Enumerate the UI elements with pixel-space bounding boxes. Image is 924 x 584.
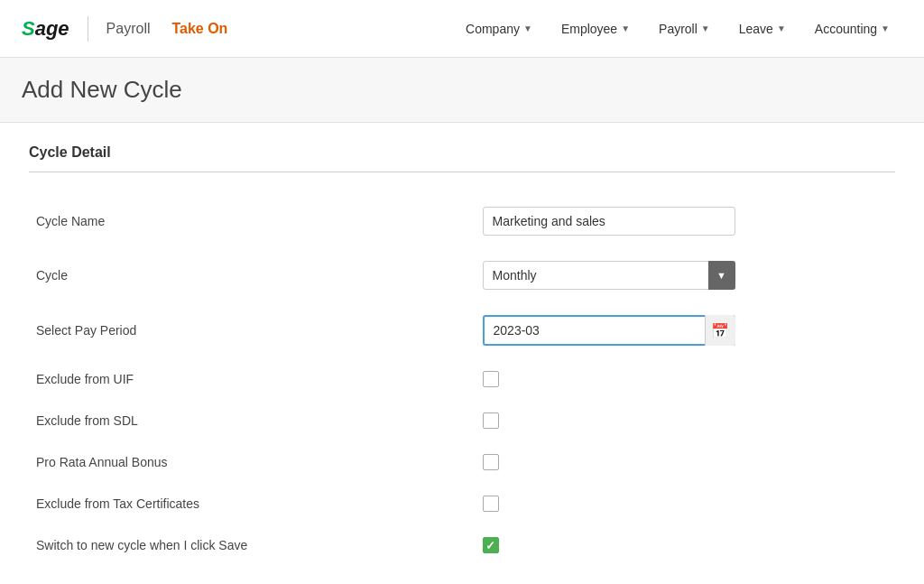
- nav-leave-label: Leave: [739, 22, 773, 36]
- nav-accounting[interactable]: Accounting ▼: [802, 14, 902, 43]
- exclude-sdl-checkbox[interactable]: [483, 413, 499, 429]
- nav-company[interactable]: Company ▼: [453, 14, 545, 43]
- page-title-bar: Add New Cycle: [0, 58, 924, 123]
- page-title: Add New Cycle: [22, 76, 902, 104]
- nav-accounting-chevron-icon: ▼: [881, 23, 890, 33]
- field-row-cycle: Cycle Monthly Weekly Bi-Weekly Fortnight…: [29, 248, 895, 302]
- exclude-tax-label: Exclude from Tax Certificates: [29, 483, 476, 524]
- switch-cycle-label: Switch to new cycle when I click Save: [29, 524, 476, 566]
- field-row-pay-period: Select Pay Period 📅: [29, 302, 895, 358]
- sage-logo: Sage: [22, 17, 69, 41]
- section-title: Cycle Detail: [29, 144, 895, 161]
- pro-rata-checkbox[interactable]: [483, 454, 499, 470]
- nav-payroll[interactable]: Payroll ▼: [646, 14, 723, 43]
- pro-rata-label: Pro Rata Annual Bonus: [29, 441, 476, 483]
- main-content: Cycle Detail Cycle Name Cycle Monthly We…: [0, 123, 924, 584]
- header: Sage Payroll Take On Company ▼ Employee …: [0, 0, 924, 58]
- exclude-sdl-label: Exclude from SDL: [29, 400, 476, 441]
- exclude-uif-label: Exclude from UIF: [29, 358, 476, 400]
- field-row-exclude-uif: Exclude from UIF: [29, 358, 895, 400]
- cycle-name-label: Cycle Name: [29, 194, 476, 248]
- nav-accounting-label: Accounting: [815, 22, 877, 36]
- exclude-uif-cell: [483, 371, 888, 387]
- cycle-name-input[interactable]: [483, 207, 735, 236]
- field-row-switch-cycle: Switch to new cycle when I click Save: [29, 524, 895, 566]
- calendar-icon[interactable]: 📅: [705, 315, 735, 346]
- nav-leave[interactable]: Leave ▼: [726, 14, 799, 43]
- cycle-select[interactable]: Monthly Weekly Bi-Weekly Fortnightly: [483, 261, 735, 290]
- nav-employee-chevron-icon: ▼: [621, 23, 630, 33]
- exclude-sdl-cell: [483, 413, 888, 429]
- logo-area: Sage Payroll Take On: [22, 16, 227, 42]
- pay-period-label: Select Pay Period: [29, 302, 476, 358]
- exclude-uif-checkbox[interactable]: [483, 371, 499, 387]
- field-row-cycle-name: Cycle Name: [29, 194, 895, 248]
- main-nav: Company ▼ Employee ▼ Payroll ▼ Leave ▼ A…: [263, 14, 902, 43]
- pay-period-date-wrapper: 📅: [483, 315, 735, 346]
- nav-company-label: Company: [466, 22, 520, 36]
- payroll-label: Payroll: [106, 21, 151, 37]
- takeon-label: Take On: [171, 21, 227, 37]
- switch-cycle-checkbox[interactable]: [483, 537, 499, 553]
- nav-leave-chevron-icon: ▼: [777, 23, 786, 33]
- switch-cycle-cell: [483, 537, 888, 553]
- nav-employee[interactable]: Employee ▼: [549, 14, 642, 43]
- pro-rata-cell: [483, 454, 888, 470]
- nav-payroll-chevron-icon: ▼: [701, 23, 710, 33]
- nav-company-chevron-icon: ▼: [523, 23, 532, 33]
- section-divider: [29, 171, 895, 172]
- exclude-tax-cell: [483, 496, 888, 512]
- pay-period-input[interactable]: [483, 315, 735, 346]
- field-row-exclude-tax: Exclude from Tax Certificates: [29, 483, 895, 524]
- nav-payroll-label: Payroll: [659, 22, 698, 36]
- cycle-label: Cycle: [29, 248, 476, 302]
- nav-employee-label: Employee: [561, 22, 617, 36]
- cycle-select-wrapper: Monthly Weekly Bi-Weekly Fortnightly ▼: [483, 261, 735, 290]
- form-table: Cycle Name Cycle Monthly Weekly Bi-Weekl…: [29, 194, 895, 566]
- exclude-tax-checkbox[interactable]: [483, 496, 499, 512]
- field-row-pro-rata: Pro Rata Annual Bonus: [29, 441, 895, 483]
- field-row-exclude-sdl: Exclude from SDL: [29, 400, 895, 441]
- logo-divider: [88, 16, 88, 42]
